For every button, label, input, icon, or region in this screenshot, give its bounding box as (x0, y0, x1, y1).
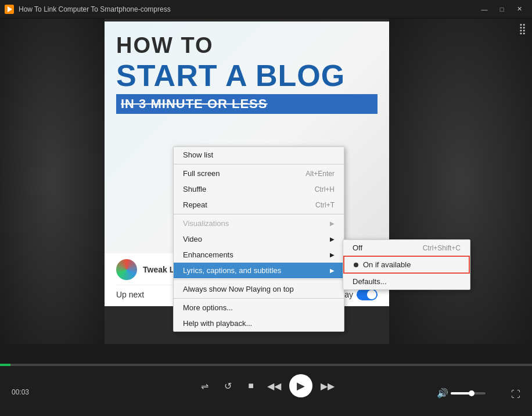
context-menu: Show list Full screen Alt+Enter Shuffle … (173, 146, 344, 332)
blog-title-start: START A BLOG (116, 60, 378, 91)
repeat-button[interactable]: ↺ (220, 378, 236, 394)
titlebar-buttons: — □ ✕ (476, 3, 527, 15)
play-button[interactable]: ▶ (289, 374, 312, 397)
selected-bullet (354, 263, 358, 267)
volume-slider[interactable] (451, 392, 486, 395)
app-icon (5, 5, 14, 14)
next-button[interactable]: ▶▶ (319, 378, 336, 394)
menu-separator-1 (174, 164, 344, 164)
menu-item-help-playback[interactable]: Help with playback... (174, 315, 344, 331)
sub-menu: Off Ctrl+Shift+C On if available Default… (343, 239, 470, 290)
dark-side-left (0, 19, 105, 344)
menu-item-always-top[interactable]: Always show Now Playing on top (174, 281, 344, 297)
maximize-button[interactable]: □ (494, 3, 510, 15)
titlebar: How To Link Computer To Smartphone-compr… (0, 0, 532, 19)
volume-thumb (469, 390, 475, 396)
progress-area[interactable] (0, 364, 532, 366)
minimize-button[interactable]: — (476, 3, 493, 15)
channel-icon (116, 259, 137, 280)
menu-item-video[interactable]: Video ▶ (174, 231, 344, 247)
up-next-text: Up next (116, 290, 144, 299)
dark-side-right (389, 19, 532, 344)
player-container: HOW TO START A BLOG IN 3 MINUTE OR LESS … (0, 19, 532, 344)
menu-separator-3 (174, 279, 344, 280)
sub-menu-item-defaults[interactable]: Defaults... (343, 274, 470, 289)
menu-item-shuffle[interactable]: Shuffle Ctrl+H (174, 181, 344, 197)
play-icon: ▶ (297, 379, 305, 392)
volume-area: 🔊 (437, 388, 486, 399)
menu-separator-4 (174, 298, 344, 299)
volume-icon: 🔊 (437, 388, 448, 399)
control-bar: 00:03 ⇌ ↺ ■ ◀◀ ▶ ▶▶ 🔊 ⛶ (0, 364, 532, 416)
close-button[interactable]: ✕ (511, 3, 527, 15)
sub-menu-item-on-available[interactable]: On if available (343, 256, 470, 274)
time-display: 00:03 (12, 388, 29, 396)
shuffle-button[interactable]: ⇌ (196, 378, 213, 394)
progress-fill (0, 364, 10, 366)
menu-item-visualizations[interactable]: Visualizations ▶ (174, 216, 344, 231)
sub-menu-item-off[interactable]: Off Ctrl+Shift+C (343, 240, 470, 256)
stop-button[interactable]: ■ (243, 378, 259, 394)
volume-fill (451, 392, 470, 395)
wmp-grid-icon: ⣿ (519, 22, 526, 35)
autoplay-toggle[interactable] (357, 289, 378, 300)
blog-title-sub: IN 3 MINUTE OR LESS (116, 94, 378, 114)
menu-item-show-list[interactable]: Show list (174, 147, 344, 163)
prev-button[interactable]: ◀◀ (266, 378, 282, 394)
blog-title-how: HOW TO (116, 33, 378, 58)
titlebar-left: How To Link Computer To Smartphone-compr… (5, 5, 171, 14)
title-text: How To Link Computer To Smartphone-compr… (19, 5, 171, 13)
menu-separator-2 (174, 214, 344, 214)
fullscreen-button[interactable]: ⛶ (511, 389, 520, 400)
menu-item-enhancements[interactable]: Enhancements ▶ (174, 247, 344, 263)
menu-item-repeat[interactable]: Repeat Ctrl+T (174, 197, 344, 213)
menu-item-fullscreen[interactable]: Full screen Alt+Enter (174, 166, 344, 181)
menu-item-lyrics[interactable]: Lyrics, captions, and subtitles ▶ (174, 263, 344, 278)
menu-item-more-options[interactable]: More options... (174, 300, 344, 315)
